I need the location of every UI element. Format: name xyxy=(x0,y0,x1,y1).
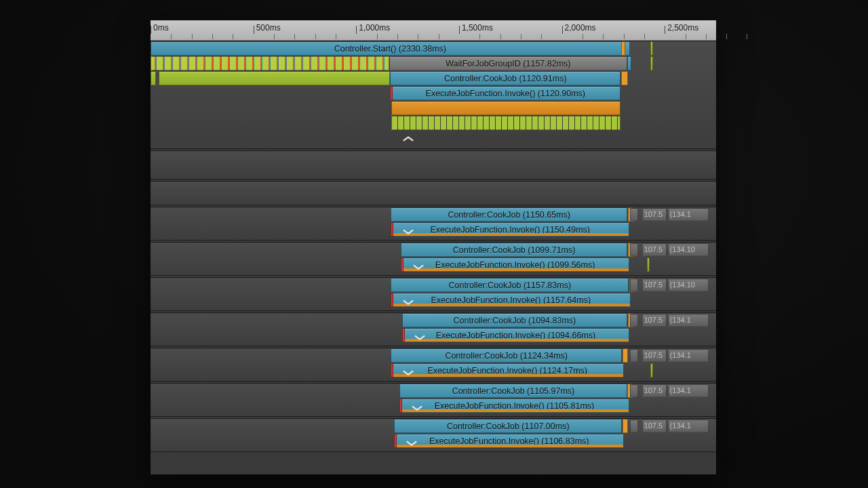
timeline-ruler[interactable]: 0ms500ms1,000ms1,500ms2,000ms2,500ms xyxy=(151,20,716,41)
worker-thread-3[interactable]: Controller:CookJob (1094.83ms)107.5(134.… xyxy=(151,312,716,346)
bar-execinvoke[interactable]: ExecuteJobFunction.Invoke() (1094.66ms) xyxy=(402,328,629,342)
bar-green-pre xyxy=(151,71,156,85)
worker-thread-0[interactable]: Controller:CookJob (1150.65ms)107.5(134.… xyxy=(151,207,716,241)
bar-execinvoke[interactable]: ExecuteJobFunction.Invoke() (1106.83ms) xyxy=(394,434,624,448)
stub-faded-3-label: (134.1 xyxy=(669,420,708,431)
bar-controller-start[interactable]: Controller.Start() (2330.38ms) xyxy=(151,41,630,56)
stub-faded-2: 107.5 xyxy=(642,243,667,256)
bar-green-strip[interactable] xyxy=(159,71,390,85)
stub-faded-2-label: 107.5 xyxy=(643,279,666,290)
worker-thread-6[interactable]: Controller:CookJob (1107.00ms)107.5(134.… xyxy=(151,418,716,452)
ruler-label: 0ms xyxy=(153,23,169,33)
stub-faded-3: (134.1 xyxy=(668,314,709,327)
stub-faded-3-label: (134.10 xyxy=(669,244,708,255)
bar-cookjob-label: Controller:CookJob (1124.34ms) xyxy=(391,349,621,362)
bar-cookjob-label: Controller:CookJob (1105.97ms) xyxy=(400,384,626,397)
stub-red xyxy=(391,222,393,237)
thread-empty-2[interactable] xyxy=(151,181,716,205)
bar-cookjob[interactable]: Controller:CookJob (1105.97ms) xyxy=(399,384,627,398)
stub-faded-3-label: (134.10 xyxy=(669,279,708,290)
bar-execinvoke[interactable]: ExecuteJobFunction.Invoke() (1124.17ms) xyxy=(391,363,624,378)
bar-execinvoke[interactable]: ExecuteJobFunction.Invoke() (1157.64ms) xyxy=(391,293,631,307)
stub-faded-3: (134.1 xyxy=(668,208,709,221)
stub-faded-2-label: 107.5 xyxy=(643,420,666,431)
bar-exec-main[interactable]: ExecuteJobFunction.Invoke() (1120.90ms) xyxy=(390,86,620,100)
stub-green xyxy=(650,41,653,56)
worker-thread-4[interactable]: Controller:CookJob (1124.34ms)107.5(134.… xyxy=(151,348,716,382)
worker-thread-1[interactable]: Controller:CookJob (1099.71ms)107.5(134.… xyxy=(151,242,716,276)
profiler-panel[interactable]: 0ms500ms1,000ms1,500ms2,000ms2,500ms Con… xyxy=(151,20,716,474)
stub-red xyxy=(391,363,393,378)
stub-faded-3: (134.10 xyxy=(668,279,709,291)
stub-faded-3: (134.10 xyxy=(668,243,709,256)
bar-exec-main-label: ExecuteJobFunction.Invoke() (1120.90ms) xyxy=(391,87,620,100)
bar-cookjob[interactable]: Controller:CookJob (1107.00ms) xyxy=(394,419,622,433)
stub-faded-2: 107.5 xyxy=(642,314,667,327)
bar-cookjob-main[interactable]: Controller:CookJob (1120.91ms) xyxy=(390,71,620,85)
thread-empty-1[interactable] xyxy=(151,150,716,180)
stub-faded-3: (134.1 xyxy=(668,349,709,362)
stub-faded-3: (134.1 xyxy=(668,384,709,397)
bar-cookjob-label: Controller:CookJob (1107.00ms) xyxy=(395,420,621,432)
ruler-label: 2,500ms xyxy=(667,23,698,33)
stub-faded-3-label: (134.1 xyxy=(669,314,708,325)
stub-faded-1 xyxy=(630,349,638,362)
stub-faded-2-label: 107.5 xyxy=(643,209,666,220)
stub-faded-2-label: 107.5 xyxy=(643,244,666,255)
bar-cookjob-label: Controller:CookJob (1150.65ms) xyxy=(391,208,627,221)
bar-wait-for-job[interactable]: WaitForJobGroupID (1157.82ms) xyxy=(389,56,627,70)
stub-faded-1 xyxy=(630,243,638,256)
stub-green-2 xyxy=(650,56,653,70)
bar-cookjob[interactable]: Controller:CookJob (1094.83ms) xyxy=(402,313,627,327)
stub-green xyxy=(650,363,653,378)
bar-controller-start-label: Controller.Start() (2330.38ms) xyxy=(151,42,629,55)
row-controller-start: Controller.Start() (2330.38ms) xyxy=(151,41,716,56)
bar-multicolor-strip[interactable] xyxy=(151,56,389,70)
track-area[interactable]: Controller.Start() (2330.38ms) WaitForJo… xyxy=(151,41,716,474)
row-striped xyxy=(151,116,716,131)
stub-blue xyxy=(627,56,631,70)
stub-red xyxy=(399,399,402,413)
collapse-up-icon[interactable] xyxy=(401,134,415,144)
stub-faded-2-label: 107.5 xyxy=(643,314,666,325)
stub-faded-1 xyxy=(630,314,638,327)
bar-execinvoke[interactable]: ExecuteJobFunction.Invoke() (1150.49ms) xyxy=(391,222,629,237)
bar-cookjob[interactable]: Controller:CookJob (1099.71ms) xyxy=(401,243,627,257)
bar-cookjob[interactable]: Controller:CookJob (1150.65ms) xyxy=(391,207,627,222)
stub-red xyxy=(390,86,393,100)
stub-faded-2: 107.5 xyxy=(642,384,667,397)
ruler-label: 2,000ms xyxy=(565,23,596,33)
stub-faded-2-label: 107.5 xyxy=(643,350,666,361)
stub-orange xyxy=(623,348,628,363)
stub-orange-main xyxy=(621,71,628,85)
stub-red xyxy=(394,434,397,448)
stub-faded-2: 107.5 xyxy=(642,349,667,362)
bar-wait-for-job-label: WaitForJobGroupID (1157.82ms) xyxy=(390,57,627,70)
stub-faded-2: 107.5 xyxy=(642,420,667,432)
worker-thread-5[interactable]: Controller:CookJob (1105.97ms)107.5(134.… xyxy=(151,383,716,417)
main-thread[interactable]: Controller.Start() (2330.38ms) WaitForJo… xyxy=(151,41,716,149)
stub-orange xyxy=(623,419,628,433)
stub-red xyxy=(391,293,393,307)
stub-faded-3-label: (134.1 xyxy=(669,350,708,361)
stub-faded-1 xyxy=(630,279,638,291)
row-wait: WaitForJobGroupID (1157.82ms) xyxy=(151,56,716,71)
stub-faded-3-label: (134.1 xyxy=(669,209,708,220)
stub-red xyxy=(401,258,403,272)
stub-red xyxy=(402,328,405,342)
bar-striped-green[interactable] xyxy=(391,116,620,130)
bar-execinvoke[interactable]: ExecuteJobFunction.Invoke() (1099.56ms) xyxy=(401,258,629,272)
bar-orange-child[interactable] xyxy=(391,101,620,115)
worker-threads: Controller:CookJob (1150.65ms)107.5(134.… xyxy=(151,207,716,452)
bar-execinvoke[interactable]: ExecuteJobFunction.Invoke() (1105.81ms) xyxy=(399,399,629,413)
bar-cookjob[interactable]: Controller:CookJob (1124.34ms) xyxy=(391,348,622,363)
stub-faded-1 xyxy=(630,384,638,397)
bar-cookjob[interactable]: Controller:CookJob (1157.83ms) xyxy=(391,278,629,292)
stub-faded-3: (134.1 xyxy=(668,420,709,432)
stub-faded-2-label: 107.5 xyxy=(643,385,666,396)
stub-faded-2: 107.5 xyxy=(642,279,667,291)
bar-cookjob-label: Controller:CookJob (1157.83ms) xyxy=(391,279,628,291)
row-cook: Controller:CookJob (1120.91ms) xyxy=(151,71,716,86)
worker-thread-2[interactable]: Controller:CookJob (1157.83ms)107.5(134.… xyxy=(151,277,716,311)
ruler-label: 1,500ms xyxy=(462,23,493,33)
